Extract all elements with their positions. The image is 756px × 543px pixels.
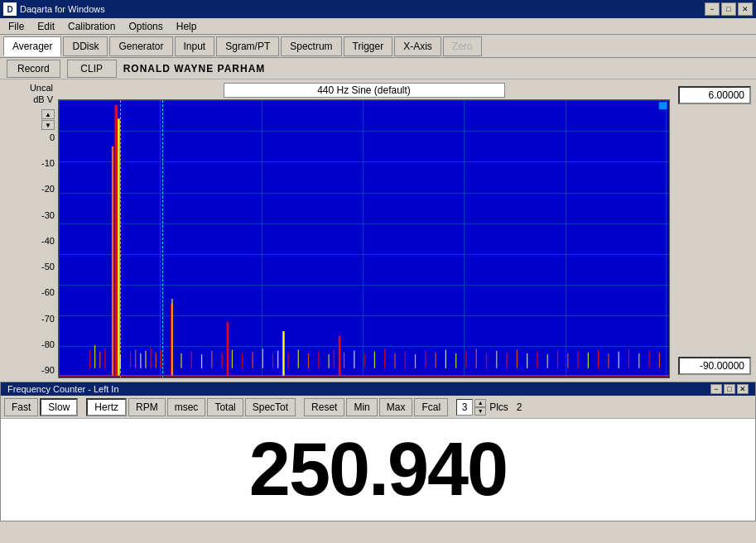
freq-display: 250.940 xyxy=(1,419,755,521)
plcs-spinner: ▲ ▼ xyxy=(474,399,486,416)
scroll-down-button[interactable]: ▼ xyxy=(41,120,55,130)
svg-rect-13 xyxy=(120,354,121,368)
freq-toolbar: Fast Slow Hertz RPM msec Total SpecTot R… xyxy=(1,396,755,419)
freq-spectot-button[interactable]: SpecTot xyxy=(245,398,296,416)
freq-total-button[interactable]: Total xyxy=(207,398,243,416)
svg-rect-33 xyxy=(298,350,299,368)
menu-file[interactable]: File xyxy=(2,19,31,34)
freq-fcal-button[interactable]: Fcal xyxy=(414,398,448,416)
tab-spectrum[interactable]: Spectrum xyxy=(281,36,341,56)
svg-rect-31 xyxy=(277,351,278,368)
svg-rect-38 xyxy=(344,353,344,368)
svg-rect-17 xyxy=(145,351,146,368)
menu-calibration[interactable]: Calibration xyxy=(61,19,122,34)
svg-rect-66 xyxy=(628,348,629,368)
svg-rect-52 xyxy=(486,353,487,368)
svg-rect-30 xyxy=(272,353,273,368)
y-ticks: 0 -10 -20 -30 -40 -50 -60 -70 -80 -90 xyxy=(3,133,58,378)
ytick-40: -40 xyxy=(41,237,55,246)
svg-rect-22 xyxy=(191,352,192,368)
svg-rect-6 xyxy=(227,322,229,376)
freq-minimize-button[interactable]: − xyxy=(710,384,722,394)
svg-rect-14 xyxy=(130,352,131,368)
svg-rect-24 xyxy=(211,351,212,368)
axis-title-dbv: dB V xyxy=(3,94,58,104)
svg-rect-21 xyxy=(181,353,181,368)
minimize-button[interactable]: − xyxy=(705,2,720,16)
plcs-label: Plcs xyxy=(489,401,508,413)
svg-rect-2 xyxy=(118,118,119,375)
scroll-arrows: ▲ ▼ xyxy=(3,109,58,130)
svg-rect-50 xyxy=(465,352,466,368)
freq-close-button[interactable]: ✕ xyxy=(737,384,749,394)
svg-rect-68 xyxy=(648,351,649,368)
svg-rect-44 xyxy=(405,352,406,368)
menu-bar: File Edit Calibration Options Help xyxy=(0,18,756,35)
ytick-80: -80 xyxy=(41,340,55,349)
svg-rect-58 xyxy=(547,354,548,368)
tab-generator[interactable]: Generator xyxy=(109,36,172,56)
tab-input[interactable]: Input xyxy=(175,36,215,56)
svg-rect-64 xyxy=(608,353,609,368)
freq-max-button[interactable]: Max xyxy=(379,398,413,416)
svg-rect-65 xyxy=(619,352,619,368)
ytick-70: -70 xyxy=(41,315,55,324)
svg-rect-29 xyxy=(262,348,263,368)
freq-rpm-button[interactable]: RPM xyxy=(128,398,166,416)
record-button[interactable]: Record xyxy=(7,60,60,78)
svg-rect-42 xyxy=(384,348,385,368)
tab-xaxis[interactable]: X-Axis xyxy=(394,36,441,56)
freq-value: 250.940 xyxy=(249,427,507,512)
svg-rect-54 xyxy=(506,353,507,368)
svg-rect-19 xyxy=(156,353,156,368)
svg-rect-62 xyxy=(588,353,589,368)
chart-title: 440 Hz Sine (default) xyxy=(224,83,505,98)
svg-rect-20 xyxy=(161,350,161,368)
freq-slow-button[interactable]: Slow xyxy=(40,398,78,416)
freq-maximize-button[interactable]: □ xyxy=(724,384,735,394)
tab-zero: Zero xyxy=(443,36,482,56)
close-button[interactable]: ✕ xyxy=(738,2,753,16)
maximize-button[interactable]: □ xyxy=(721,2,736,16)
svg-rect-23 xyxy=(201,354,202,368)
tab-trigger[interactable]: Trigger xyxy=(344,36,393,56)
chart-canvas[interactable] xyxy=(58,99,670,378)
clip-button[interactable]: CLIP xyxy=(67,60,117,78)
app-icon: D xyxy=(3,2,17,16)
svg-rect-35 xyxy=(318,352,319,368)
right-panel: 6.00000 -90.00000 xyxy=(673,79,756,382)
svg-rect-11 xyxy=(99,352,100,368)
svg-rect-51 xyxy=(476,348,477,368)
scroll-up-button[interactable]: ▲ xyxy=(41,109,55,119)
freq-min-button[interactable]: Min xyxy=(346,398,377,416)
svg-rect-69 xyxy=(659,353,660,368)
svg-rect-12 xyxy=(104,348,105,368)
svg-rect-61 xyxy=(577,352,578,368)
svg-rect-67 xyxy=(638,353,639,368)
plcs-down-button[interactable]: ▼ xyxy=(474,407,486,416)
tab-averager[interactable]: Averager xyxy=(3,36,61,56)
plcs-up-button[interactable]: ▲ xyxy=(474,399,486,407)
menu-edit[interactable]: Edit xyxy=(31,19,61,34)
freq-hertz-button[interactable]: Hertz xyxy=(86,398,127,416)
menu-help[interactable]: Help xyxy=(170,19,204,34)
svg-rect-59 xyxy=(557,351,558,368)
chart-container: 440 Hz Sine (default) xyxy=(58,79,673,382)
ytick-30: -30 xyxy=(41,211,55,220)
ytick-20: -20 xyxy=(41,185,55,194)
svg-rect-5 xyxy=(171,299,172,376)
menu-options[interactable]: Options xyxy=(122,19,169,34)
y-axis-panel: Uncal dB V ▲ ▼ 0 -10 -20 -30 -40 -50 -60… xyxy=(0,79,58,382)
ytick-50: -50 xyxy=(41,262,55,272)
svg-rect-56 xyxy=(527,353,527,368)
freq-reset-button[interactable]: Reset xyxy=(304,398,344,416)
svg-rect-10 xyxy=(94,345,95,368)
window-controls: − □ ✕ xyxy=(705,2,753,16)
svg-rect-57 xyxy=(537,352,537,368)
freq-msec-button[interactable]: msec xyxy=(167,398,206,416)
plcs-right-value: 2 xyxy=(517,401,522,413)
ytick-0: 0 xyxy=(50,133,55,142)
tab-ddisk[interactable]: DDisk xyxy=(63,36,108,56)
freq-fast-button[interactable]: Fast xyxy=(4,398,38,416)
tab-sgram[interactable]: Sgram/PT xyxy=(216,36,279,56)
